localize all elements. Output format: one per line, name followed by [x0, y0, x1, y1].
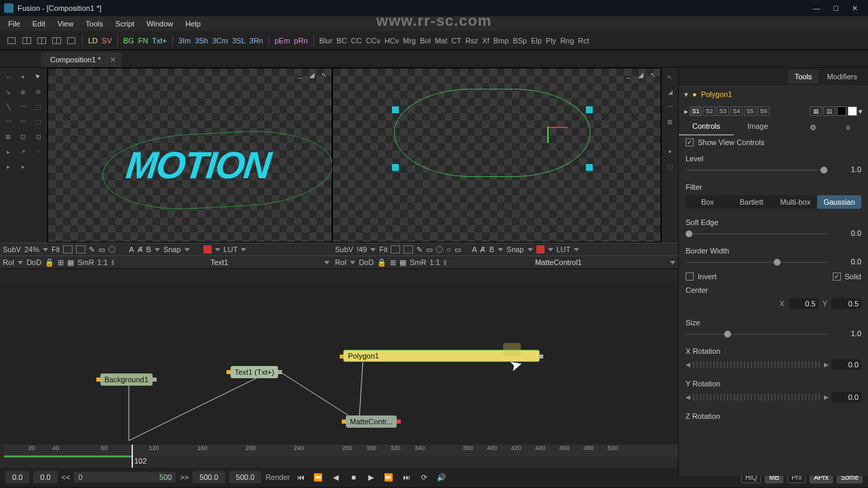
- layout-icon-3[interactable]: [35, 35, 48, 47]
- tool-fn[interactable]: FN: [136, 37, 151, 45]
- tool-icon[interactable]: ⊡: [16, 130, 30, 144]
- tool-icon[interactable]: ▸: [1, 160, 15, 174]
- slot-s1[interactable]: S1: [690, 106, 702, 116]
- node-port-in[interactable]: [342, 420, 346, 424]
- tool-icon[interactable]: ✦: [663, 145, 677, 159]
- layout-icon-5[interactable]: [64, 35, 78, 47]
- icon[interactable]: [391, 245, 400, 253]
- ratio-label[interactable]: 1:1: [98, 258, 108, 266]
- color-swatch[interactable]: [536, 245, 545, 253]
- tool-blur[interactable]: Blur: [317, 37, 335, 45]
- icon[interactable]: ⊞: [390, 258, 396, 267]
- tool-xf[interactable]: Xf: [480, 37, 491, 45]
- tool-icon[interactable]: ▸: [16, 160, 30, 174]
- script-icon[interactable]: ≡: [833, 121, 864, 134]
- softedge-slider[interactable]: 0.0: [686, 229, 861, 239]
- tool-mrg[interactable]: Mrg: [401, 37, 418, 45]
- viewer-a[interactable]: MOTION ⎯◢↖: [47, 68, 332, 243]
- viewer-lock-icon[interactable]: ◢: [307, 70, 317, 79]
- tool-ply[interactable]: Ply: [544, 37, 558, 45]
- solid-checkbox[interactable]: ✓: [833, 272, 841, 281]
- tool-icon[interactable]: ⊠: [1, 130, 15, 144]
- showview-checkbox[interactable]: ✓: [686, 138, 694, 146]
- polygon-mask[interactable]: [394, 89, 591, 177]
- tool-icon[interactable]: 〰: [663, 100, 677, 114]
- inspector-tab-modifiers[interactable]: Modifiers: [820, 70, 864, 83]
- tool-bmp[interactable]: Bmp: [492, 37, 511, 45]
- zoom-value[interactable]: !49: [357, 245, 367, 253]
- lut-label[interactable]: LUT: [224, 245, 238, 253]
- tool-3im[interactable]: 3Im: [176, 37, 193, 45]
- tool-icon[interactable]: ╲: [1, 100, 15, 114]
- icon[interactable]: ▦: [67, 258, 74, 267]
- tool-ct[interactable]: CT: [449, 37, 463, 45]
- render-label[interactable]: Render: [265, 473, 290, 481]
- icon[interactable]: [403, 245, 413, 253]
- range-field[interactable]: 0500: [74, 472, 176, 483]
- a-label[interactable]: A: [129, 245, 134, 253]
- menu-window[interactable]: Window: [141, 18, 178, 30]
- icon[interactable]: ▭: [454, 245, 461, 254]
- tool-3cm[interactable]: 3Cm: [210, 37, 230, 45]
- goto-end-icon[interactable]: ⏭: [399, 471, 413, 483]
- icon[interactable]: ⊞: [58, 258, 64, 267]
- slot-s6[interactable]: S6: [757, 106, 770, 116]
- tool-icon[interactable]: ▸: [1, 145, 15, 159]
- color-swatch[interactable]: [203, 245, 212, 253]
- tool-icon[interactable]: 〰: [16, 100, 30, 114]
- tool-icon[interactable]: ◦: [32, 145, 45, 159]
- icon[interactable]: [436, 246, 443, 253]
- menu-file[interactable]: File: [3, 18, 26, 30]
- viewer-b[interactable]: ⎯◢↖: [332, 68, 661, 243]
- filter-gaussian[interactable]: Gaussian: [817, 195, 861, 209]
- tool-3sl[interactable]: 3SL: [230, 37, 248, 45]
- icon[interactable]: ✎: [416, 245, 422, 254]
- chevron-down-icon[interactable]: [155, 248, 160, 251]
- playhead[interactable]: [132, 445, 133, 468]
- viewer-arrow-icon[interactable]: ↖: [319, 70, 329, 79]
- invert-checkbox[interactable]: [686, 272, 694, 281]
- icon[interactable]: ▦: [810, 106, 822, 116]
- tool-ld[interactable]: LD: [86, 37, 100, 45]
- forward-button[interactable]: >>: [180, 473, 189, 481]
- time-in[interactable]: 0.0: [5, 471, 29, 483]
- xrot-control[interactable]: ◀▶0.0: [679, 358, 868, 374]
- menu-edit[interactable]: Edit: [27, 18, 51, 30]
- size-slider[interactable]: 1.0: [686, 329, 861, 339]
- stop-icon[interactable]: ■: [347, 471, 360, 483]
- step-back-icon[interactable]: ⏪: [311, 471, 325, 483]
- roi-label[interactable]: RoI: [335, 258, 347, 266]
- inspector-tab-tools[interactable]: Tools: [788, 70, 819, 83]
- node-port-in[interactable]: [226, 370, 231, 374]
- node-background1[interactable]: Background1: [100, 373, 153, 386]
- tool-rsz[interactable]: Rsz: [463, 37, 480, 45]
- lut-label[interactable]: LUT: [557, 245, 571, 253]
- slot-s4[interactable]: S4: [730, 106, 743, 116]
- roi-label[interactable]: RoI: [3, 258, 14, 266]
- tool-bg[interactable]: BG: [121, 37, 136, 45]
- ratio-label[interactable]: 1:1: [430, 258, 440, 266]
- tool-sv[interactable]: SV: [100, 37, 114, 45]
- tool-rct[interactable]: Rct: [576, 37, 591, 45]
- filter-multibox[interactable]: Multi-box: [774, 195, 818, 209]
- a1-label[interactable]: Ⱥ: [480, 245, 486, 254]
- a-label[interactable]: A: [472, 245, 477, 253]
- tool-bsp[interactable]: BSp: [511, 37, 529, 45]
- node-port-out[interactable]: [278, 370, 282, 374]
- slot-s2[interactable]: S2: [703, 106, 715, 116]
- range-end2[interactable]: 500.0: [229, 471, 262, 483]
- node-port-out[interactable]: [539, 354, 543, 359]
- tool-prn[interactable]: pRn: [292, 37, 310, 45]
- icon[interactable]: ▦: [399, 258, 406, 267]
- zoom-value[interactable]: 24%: [24, 245, 39, 253]
- step-fwd-icon[interactable]: ⏩: [382, 471, 395, 483]
- rewind-button[interactable]: <<: [62, 473, 71, 481]
- maximize-button[interactable]: ☐: [826, 0, 845, 16]
- ctab-controls[interactable]: Controls: [679, 119, 734, 136]
- range-end1[interactable]: 500.0: [193, 471, 225, 483]
- icon[interactable]: ▤: [823, 106, 835, 116]
- menu-script[interactable]: Script: [110, 18, 140, 30]
- icon[interactable]: [63, 245, 73, 253]
- tool-icon[interactable]: 〰: [16, 115, 30, 129]
- viewer-lock-icon[interactable]: ◢: [636, 70, 646, 79]
